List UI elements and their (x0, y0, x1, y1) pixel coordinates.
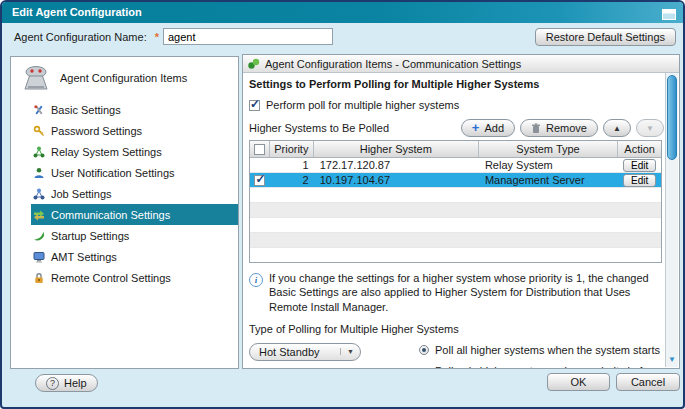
perform-poll-checkbox[interactable] (249, 100, 260, 111)
table-buttons: + Add Remove ▲ ▼ (461, 119, 664, 137)
table-row-selected[interactable]: 2 10.197.104.67 Management Server Edit (250, 173, 661, 188)
sidebar-item-label: Password Settings (51, 125, 142, 137)
edit-button[interactable]: Edit (623, 159, 656, 172)
polling-type-dropdown[interactable]: Hot Standby ▼ (249, 343, 361, 361)
ok-button[interactable]: OK (547, 373, 610, 391)
table-header-row: Priority Higher System System Type Actio… (250, 141, 661, 158)
job-icon (33, 188, 45, 200)
sidebar-item-user-notification-settings[interactable]: User Notification Settings (11, 162, 238, 183)
polling-controls: Hot Standby ▼ Poll all higher systems wh… (249, 343, 664, 368)
sidebar-item-label: Relay System Settings (51, 146, 162, 158)
column-action: Action (618, 143, 661, 155)
tools-icon (33, 104, 45, 116)
sidebar: Agent Configuration Items Basic Settings… (10, 56, 239, 369)
perform-poll-label: Perform poll for multiple higher systems (266, 99, 459, 111)
chevron-down-icon: ▼ (340, 348, 360, 355)
sidebar-item-label: Communication Settings (51, 209, 170, 221)
scrollbar-thumb[interactable] (667, 75, 677, 160)
key-icon (33, 125, 45, 137)
radio-poll-priority-1[interactable]: Poll only higher systems whose priority … (419, 365, 664, 368)
table-row[interactable]: 1 172.17.120.87 Relay System Edit (250, 158, 661, 173)
table-row-empty (250, 188, 661, 203)
polling-radio-group: Poll all higher systems when the system … (419, 344, 664, 368)
restore-default-settings-button[interactable]: Restore Default Settings (535, 28, 676, 46)
question-mark-icon: ? (46, 377, 59, 390)
sidebar-item-amt-settings[interactable]: AMT Settings (11, 246, 238, 267)
communication-icon (33, 209, 45, 221)
table-row-empty (250, 233, 661, 248)
row-checkbox[interactable] (254, 175, 265, 186)
polling-type-label: Type of Polling for Multiple Higher Syst… (249, 323, 664, 335)
info-icon: i (249, 273, 263, 287)
column-priority: Priority (270, 141, 314, 157)
table-row-empty (250, 218, 661, 233)
panel-header: Agent Configuration Items - Communicatio… (243, 55, 679, 73)
sidebar-item-remote-control-settings[interactable]: Remote Control Settings (11, 267, 238, 288)
perform-poll-checkbox-row[interactable]: Perform poll for multiple higher systems (249, 99, 664, 111)
sidebar-item-password-settings[interactable]: Password Settings (11, 120, 238, 141)
cancel-button[interactable]: Cancel (616, 373, 680, 391)
amt-monitor-icon (33, 251, 45, 263)
info-note: i If you change the settings for a highe… (249, 271, 653, 314)
edit-agent-configuration-dialog: Edit Agent Configuration Agent Configura… (0, 0, 685, 409)
sidebar-item-label: Remote Control Settings (51, 272, 171, 284)
radio-icon[interactable] (419, 345, 429, 355)
title-bar: Edit Agent Configuration (2, 2, 683, 23)
plus-icon: + (472, 123, 480, 133)
sidebar-title: Agent Configuration Items (60, 72, 187, 84)
window-title: Edit Agent Configuration (12, 6, 142, 18)
sidebar-item-label: Job Settings (51, 188, 112, 200)
select-all-checkbox[interactable] (254, 144, 265, 155)
sidebar-header: Agent Configuration Items (11, 57, 238, 99)
higher-systems-label: Higher Systems to Be Polled (249, 122, 461, 134)
higher-systems-table: Priority Higher System System Type Actio… (249, 140, 662, 263)
sidebar-item-label: User Notification Settings (51, 167, 175, 179)
column-higher-system: Higher System (314, 141, 479, 157)
move-down-button[interactable]: ▼ (636, 119, 664, 137)
help-button[interactable]: ? Help (35, 374, 98, 392)
remove-button[interactable]: Remove (520, 119, 598, 137)
vertical-scrollbar[interactable]: ▼ (665, 73, 678, 367)
table-row-empty (250, 203, 661, 218)
name-row: Agent Configuration Name: * (14, 28, 333, 45)
panel-title: Agent Configuration Items - Communicatio… (265, 58, 521, 70)
table-row-empty (250, 248, 661, 262)
column-system-type: System Type (479, 141, 618, 157)
startup-swoosh-icon (33, 230, 45, 242)
required-mark: * (155, 31, 159, 43)
sidebar-item-label: AMT Settings (51, 251, 117, 263)
remote-lock-icon (33, 272, 45, 284)
panel-body: Settings to Perform Polling for Multiple… (243, 73, 664, 368)
robot-icon (21, 65, 51, 91)
sidebar-item-label: Basic Settings (51, 104, 121, 116)
relay-network-icon (33, 146, 45, 158)
window-restore-icon[interactable] (662, 6, 676, 27)
sidebar-item-relay-system-settings[interactable]: Relay System Settings (11, 141, 238, 162)
radio-poll-all[interactable]: Poll all higher systems when the system … (419, 344, 664, 356)
info-text: If you change the settings for a higher … (269, 271, 653, 314)
panel-header-icon (247, 58, 260, 70)
dropdown-value: Hot Standby (250, 346, 340, 358)
sidebar-item-communication-settings[interactable]: Communication Settings (31, 204, 238, 225)
scrollbar-down-arrow[interactable]: ▼ (666, 353, 678, 366)
table-toolbar: Higher Systems to Be Polled + Add Remove… (249, 119, 664, 137)
move-up-button[interactable]: ▲ (603, 119, 631, 137)
sidebar-item-basic-settings[interactable]: Basic Settings (11, 99, 238, 120)
settings-panel: Agent Configuration Items - Communicatio… (242, 54, 680, 369)
sidebar-item-job-settings[interactable]: Job Settings (11, 183, 238, 204)
user-icon (33, 167, 45, 179)
sidebar-item-label: Startup Settings (51, 230, 129, 242)
agent-configuration-name-input[interactable] (163, 28, 333, 45)
edit-button[interactable]: Edit (623, 174, 656, 187)
section-title: Settings to Perform Polling for Multiple… (249, 78, 664, 90)
add-button[interactable]: + Add (461, 119, 515, 137)
agent-configuration-name-label: Agent Configuration Name: (14, 31, 147, 43)
sidebar-item-startup-settings[interactable]: Startup Settings (11, 225, 238, 246)
trash-icon (531, 123, 541, 134)
